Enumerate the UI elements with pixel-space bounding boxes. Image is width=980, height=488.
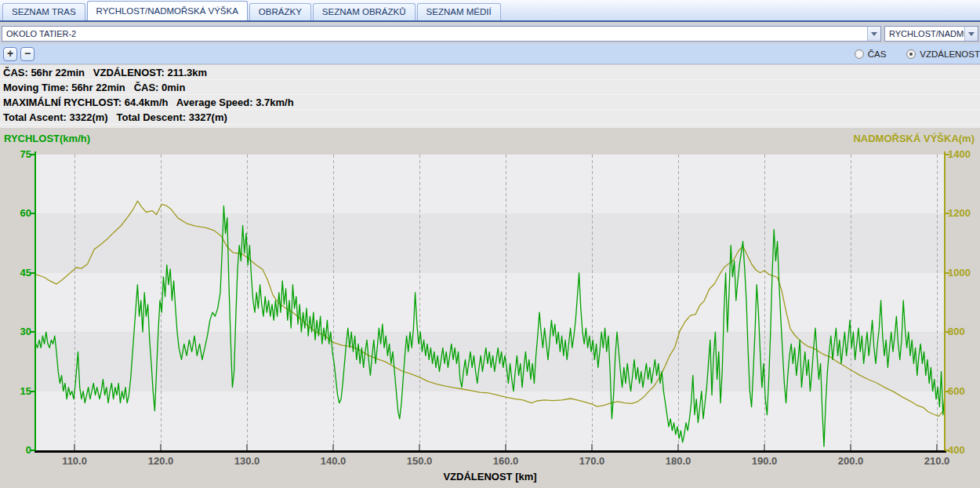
y-left-tick-label: 75 — [0, 148, 31, 160]
tab-4[interactable]: SEZNAM MÉDIÍ — [417, 3, 501, 20]
tab-bar: SEZNAM TRASRYCHLOST/NADMOŘSKÁ VÝŠKAOBRÁZ… — [0, 0, 980, 22]
y-right-tick-label: 400 — [948, 444, 980, 456]
stat-line-2: MAXIMÁLNÍ RYCHLOST: 64.4km/h Average Spe… — [0, 95, 980, 110]
view-selector-value: RYCHLOST/NADMOŘ — [885, 29, 964, 38]
view-selector[interactable]: RYCHLOST/NADMOŘ — [884, 26, 978, 42]
y-left-tick-label: 45 — [0, 267, 31, 279]
track-selector[interactable]: OKOLO TATIER-2 — [2, 26, 881, 42]
chart-toolbar: + − ČASVZDÁLENOST — [0, 44, 980, 64]
x-tick-label: 140.0 — [310, 455, 357, 467]
view-selector-dropdown-button[interactable] — [964, 27, 978, 41]
radio-circle-icon[interactable] — [855, 49, 864, 59]
left-axis-title: RYCHLOST(km/h) — [4, 133, 90, 144]
x-tick-label: 200.0 — [827, 455, 874, 467]
track-selector-value: OKOLO TATIER-2 — [2, 29, 867, 38]
stat-line-0: ČAS: 56hr 22min VZDÁLENOST: 211.3km — [0, 65, 980, 80]
radio-label: VZDÁLENOST — [920, 49, 980, 59]
y-right-tick-label: 600 — [948, 385, 980, 397]
radio-circle-icon[interactable] — [906, 49, 916, 59]
chevron-down-icon — [968, 32, 975, 36]
radio-label: ČAS — [868, 49, 887, 59]
app-window: SEZNAM TRASRYCHLOST/NADMOŘSKÁ VÝŠKAOBRÁZ… — [0, 0, 980, 488]
zoom-out-button[interactable]: − — [20, 47, 34, 61]
x-axis-title: VZDÁLENOST [km] — [35, 471, 945, 483]
y-left-tick-label: 0 — [0, 444, 31, 456]
x-tick-label: 180.0 — [655, 455, 702, 467]
stat-line-3: Total Ascent: 3322(m) Total Descent: 332… — [0, 110, 980, 125]
right-axis-title: NADMOŘSKÁ VÝŠKA(m) — [853, 133, 975, 144]
radio-0[interactable]: ČAS — [855, 49, 887, 59]
x-tick-label: 210.0 — [913, 455, 960, 467]
y-left-tick-label: 30 — [0, 326, 31, 337]
y-right-tick-label: 800 — [948, 326, 980, 337]
x-tick-label: 130.0 — [223, 455, 270, 467]
y-right-tick-label: 1400 — [948, 148, 980, 160]
chart-area: RYCHLOST(km/h) NADMOŘSKÁ VÝŠKA(m) 756045… — [0, 128, 980, 488]
radio-1[interactable]: VZDÁLENOST — [906, 49, 980, 59]
x-tick-label: 190.0 — [741, 455, 788, 467]
y-right-tick-label: 1000 — [948, 267, 980, 279]
y-left-tick-label: 60 — [0, 207, 31, 219]
x-tick-label: 120.0 — [137, 455, 184, 467]
x-axis-mode-radio-group: ČASVZDÁLENOST — [834, 44, 980, 64]
chevron-down-icon — [871, 32, 877, 36]
x-tick-label: 150.0 — [396, 455, 443, 467]
tab-3[interactable]: SEZNAM OBRÁZKŮ — [313, 3, 416, 20]
x-tick-label: 160.0 — [482, 455, 529, 467]
selector-row: OKOLO TATIER-2 RYCHLOST/NADMOŘ — [0, 24, 980, 44]
y-left-tick-label: 15 — [0, 385, 31, 397]
track-selector-dropdown-button[interactable] — [867, 27, 880, 41]
tab-0[interactable]: SEZNAM TRAS — [2, 3, 85, 20]
x-tick-label: 110.0 — [51, 455, 98, 467]
y-right-tick-label: 1200 — [948, 207, 980, 219]
plot[interactable] — [0, 128, 980, 488]
tab-2[interactable]: OBRÁZKY — [249, 3, 311, 20]
tab-1[interactable]: RYCHLOST/NADMOŘSKÁ VÝŠKA — [87, 1, 248, 20]
stat-line-1: Moving Time: 56hr 22min ČAS: 0min — [0, 80, 980, 95]
zoom-in-button[interactable]: + — [3, 47, 17, 61]
track-statistics: ČAS: 56hr 22min VZDÁLENOST: 211.3kmMovin… — [0, 65, 980, 128]
x-tick-label: 170.0 — [568, 455, 615, 467]
